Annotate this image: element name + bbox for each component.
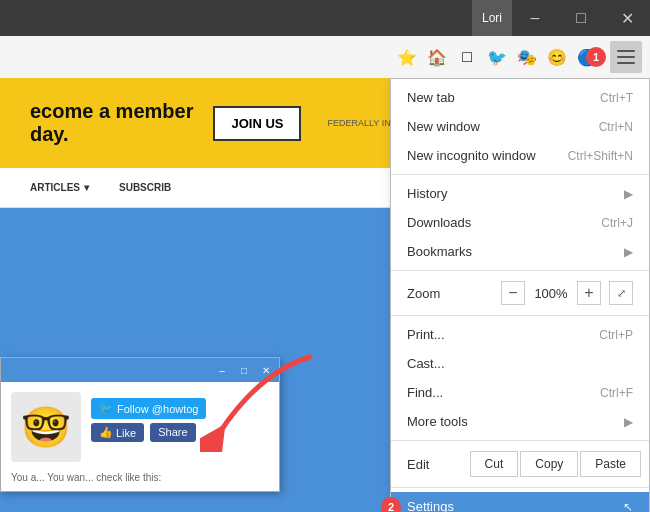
maximize-button[interactable]: □ xyxy=(558,0,604,36)
cursor-icon: ↖ xyxy=(623,500,633,513)
paste-button[interactable]: Paste xyxy=(580,451,641,477)
zoom-row: Zoom − 100% + ⤢ xyxy=(391,275,649,311)
profile-name: Lori xyxy=(472,0,512,36)
banner-line1: ecome a member xyxy=(30,100,193,123)
cast-icon[interactable]: □ xyxy=(456,46,478,68)
page-content-area: ecome a member day. JOIN US FEDERALLY IN… xyxy=(0,78,650,512)
cut-button[interactable]: Cut xyxy=(470,451,519,477)
step-1-badge: 1 xyxy=(586,47,606,67)
minimize-button[interactable]: – xyxy=(512,0,558,36)
menu-section-edit: Edit Cut Copy Paste xyxy=(391,441,649,488)
mini-footer-text: You a... You wan... check like this: xyxy=(1,472,279,491)
menu-item-bookmarks[interactable]: Bookmarks ▶ xyxy=(391,237,649,266)
join-button[interactable]: JOIN US xyxy=(213,106,301,141)
nav-articles[interactable]: ARTICLES ▾ xyxy=(30,182,89,193)
menu-item-cast[interactable]: Cast... xyxy=(391,349,649,378)
toolbar-icon-group: ⭐ 🏠 □ 🐦 🎭 😊 🔵 1 xyxy=(396,41,642,73)
zoom-in-button[interactable]: + xyxy=(577,281,601,305)
step-2-badge: 2 xyxy=(381,497,401,513)
menu-section-tools: Print... Ctrl+P Cast... Find... Ctrl+F M… xyxy=(391,316,649,441)
zoom-value: 100% xyxy=(533,286,569,301)
share-button[interactable]: Share xyxy=(150,423,195,442)
menu-section-new: New tab Ctrl+T New window Ctrl+N New inc… xyxy=(391,79,649,175)
menu-item-more-tools[interactable]: More tools ▶ xyxy=(391,407,649,436)
menu-section-history: History ▶ Downloads Ctrl+J Bookmarks ▶ xyxy=(391,175,649,271)
nav-subscribe[interactable]: SUBSCRIB xyxy=(119,182,171,193)
close-button[interactable]: ✕ xyxy=(604,0,650,36)
menu-item-history[interactable]: History ▶ xyxy=(391,179,649,208)
extension-icon-1[interactable]: 🐦 xyxy=(486,46,508,68)
browser-toolbar: ⭐ 🏠 □ 🐦 🎭 😊 🔵 1 xyxy=(0,36,650,78)
hamburger-menu-button[interactable] xyxy=(610,41,642,73)
edit-row: Edit Cut Copy Paste xyxy=(391,445,649,483)
menu-item-print[interactable]: Print... Ctrl+P xyxy=(391,320,649,349)
copy-button[interactable]: Copy xyxy=(520,451,578,477)
browser-title-bar: Lori – □ ✕ xyxy=(0,0,650,36)
like-button[interactable]: 👍 Like xyxy=(91,423,144,442)
menu-item-find[interactable]: Find... Ctrl+F xyxy=(391,378,649,407)
browser-dropdown-menu: New tab Ctrl+T New window Ctrl+N New inc… xyxy=(390,78,650,512)
menu-section-zoom: Zoom − 100% + ⤢ xyxy=(391,271,649,316)
extension-icon-2[interactable]: 🎭 xyxy=(516,46,538,68)
menu-item-incognito[interactable]: New incognito window Ctrl+Shift+N xyxy=(391,141,649,170)
zoom-out-button[interactable]: − xyxy=(501,281,525,305)
menu-item-settings[interactable]: 2 Settings ↖ xyxy=(391,492,649,512)
notification-area: 1 xyxy=(606,41,642,73)
banner-text: ecome a member day. xyxy=(30,100,193,146)
banner-line2: day. xyxy=(30,123,193,146)
menu-section-settings: 2 Settings ↖ Help ▶ Exit Ctrl+Shift+Q xyxy=(391,488,649,512)
twitter-follow-button[interactable]: 🐦 Follow @howtog xyxy=(91,398,206,419)
star-icon[interactable]: ⭐ xyxy=(396,46,418,68)
social-buttons: 👍 Like Share xyxy=(91,423,206,442)
zoom-fullscreen-button[interactable]: ⤢ xyxy=(609,281,633,305)
mini-window-text: 🐦 Follow @howtog 👍 Like Share xyxy=(91,392,206,462)
cartoon-avatar: 🤓 xyxy=(11,392,81,462)
arrow-down-indicator xyxy=(200,352,320,452)
menu-item-new-tab[interactable]: New tab Ctrl+T xyxy=(391,83,649,112)
menu-item-new-window[interactable]: New window Ctrl+N xyxy=(391,112,649,141)
menu-item-downloads[interactable]: Downloads Ctrl+J xyxy=(391,208,649,237)
home-icon[interactable]: 🏠 xyxy=(426,46,448,68)
extension-icon-3[interactable]: 😊 xyxy=(546,46,568,68)
twitter-icon: 🐦 xyxy=(99,402,113,415)
